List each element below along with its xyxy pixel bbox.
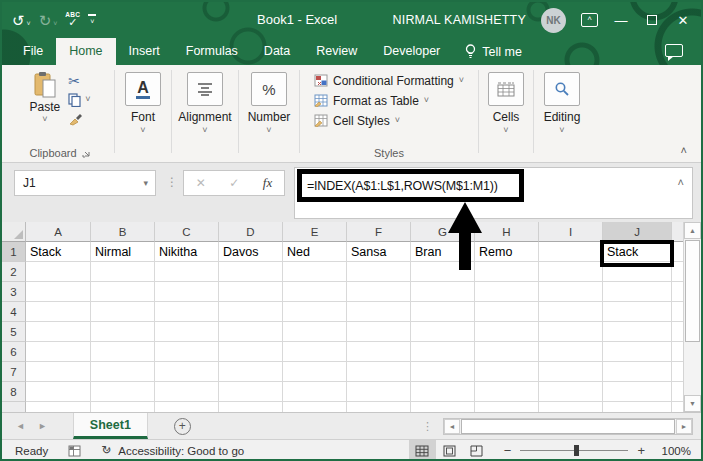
cell-H4[interactable]	[475, 302, 539, 322]
cell-E2[interactable]	[283, 262, 347, 282]
cell-I4[interactable]	[539, 302, 603, 322]
conditional-formatting-button[interactable]: Conditional Formatting ˅	[314, 72, 464, 89]
cell-J6[interactable]	[603, 342, 672, 362]
cell-G1[interactable]: Bran	[411, 242, 475, 262]
cell-C4[interactable]	[155, 302, 219, 322]
cell-G7[interactable]	[411, 362, 475, 382]
column-header-E[interactable]: E	[283, 222, 347, 242]
cell-C5[interactable]	[155, 322, 219, 342]
cell-A-clipped[interactable]	[26, 402, 91, 412]
cell-H6[interactable]	[475, 342, 539, 362]
cell-A6[interactable]	[26, 342, 91, 362]
column-header-C[interactable]: C	[155, 222, 219, 242]
cell-C3[interactable]	[155, 282, 219, 302]
cell-A8[interactable]	[26, 382, 91, 402]
cell-D5[interactable]	[219, 322, 283, 342]
format-painter-button[interactable]	[68, 111, 90, 126]
cell-J1[interactable]: Stack	[603, 242, 672, 262]
cell-B6[interactable]	[91, 342, 155, 362]
cell-B3[interactable]	[91, 282, 155, 302]
cell-G4[interactable]	[411, 302, 475, 322]
cell-F7[interactable]	[347, 362, 411, 382]
row-header-7[interactable]: 7	[2, 362, 26, 382]
tab-formulas[interactable]: Formulas	[173, 38, 251, 65]
cell-J2[interactable]	[603, 262, 672, 282]
cell-F5[interactable]	[347, 322, 411, 342]
cell-G8[interactable]	[411, 382, 475, 402]
name-box[interactable]: J1 ▾	[14, 170, 156, 196]
cell-A3[interactable]	[26, 282, 91, 302]
cell-D8[interactable]	[219, 382, 283, 402]
select-all-button[interactable]	[2, 222, 26, 242]
cell-E1[interactable]: Ned	[283, 242, 347, 262]
macro-record-icon[interactable]	[68, 445, 81, 457]
cell-C-clipped[interactable]	[155, 402, 219, 412]
cell-I7[interactable]	[539, 362, 603, 382]
scroll-down-icon[interactable]: ▼	[684, 395, 701, 412]
cell-H5[interactable]	[475, 322, 539, 342]
cell-I-clipped[interactable]	[539, 402, 603, 412]
column-header-B[interactable]: B	[91, 222, 155, 242]
cell-B8[interactable]	[91, 382, 155, 402]
cell-I6[interactable]	[539, 342, 603, 362]
cell-B2[interactable]	[91, 262, 155, 282]
cell-H3[interactable]	[475, 282, 539, 302]
row-header-2[interactable]: 2	[2, 262, 26, 282]
collapse-ribbon-button[interactable]: ˄	[681, 144, 687, 156]
hscroll-left-icon[interactable]: ◄	[444, 419, 460, 434]
cell-F6[interactable]	[347, 342, 411, 362]
cell-E-clipped[interactable]	[283, 402, 347, 412]
column-header-A[interactable]: A	[26, 222, 91, 242]
vertical-scroll-thumb[interactable]	[685, 240, 700, 342]
scroll-up-icon[interactable]: ▲	[684, 222, 701, 239]
clipboard-dialog-launcher-icon[interactable]	[82, 149, 91, 158]
row-header-3[interactable]: 3	[2, 282, 26, 302]
cell-A5[interactable]	[26, 322, 91, 342]
customize-qat-button[interactable]: ˅	[88, 14, 96, 26]
accessibility-status[interactable]: ↻ ✓ Accessibility: Good to go	[101, 444, 244, 457]
sheet-tab-sheet1[interactable]: Sheet1	[73, 413, 148, 439]
cell-A2[interactable]	[26, 262, 91, 282]
cell-D3[interactable]	[219, 282, 283, 302]
name-box-dropdown-icon[interactable]: ▾	[143, 178, 155, 188]
cell-D6[interactable]	[219, 342, 283, 362]
cell-A4[interactable]	[26, 302, 91, 322]
row-header-6[interactable]: 6	[2, 342, 26, 362]
row-header-4[interactable]: 4	[2, 302, 26, 322]
cell-I3[interactable]	[539, 282, 603, 302]
cell-I1[interactable]	[539, 242, 603, 262]
column-header-H[interactable]: H	[475, 222, 539, 242]
cell-B1[interactable]: Nirmal	[91, 242, 155, 262]
zoom-slider[interactable]	[520, 450, 628, 451]
tab-review[interactable]: Review	[303, 38, 370, 65]
editing-group-collapsed[interactable]: Editing ˅	[534, 65, 590, 162]
column-header-J[interactable]: J	[603, 222, 672, 242]
tab-file[interactable]: File	[10, 38, 56, 65]
column-header-G[interactable]: G	[411, 222, 475, 242]
cell-E5[interactable]	[283, 322, 347, 342]
cell-styles-button[interactable]: Cell Styles ˅	[314, 112, 400, 129]
redo-button[interactable]: ↻ ˅	[39, 13, 58, 28]
cell-J-clipped[interactable]	[603, 402, 672, 412]
sheet-nav-left-icon[interactable]: ◄	[16, 421, 25, 431]
cell-H-clipped[interactable]	[475, 402, 539, 412]
cell-C7[interactable]	[155, 362, 219, 382]
tab-tell-me[interactable]: Tell me	[453, 38, 534, 65]
cell-H1[interactable]: Remo	[475, 242, 539, 262]
cell-B5[interactable]	[91, 322, 155, 342]
cell-D4[interactable]	[219, 302, 283, 322]
enter-entry-button[interactable]: ✓	[229, 176, 239, 190]
cell-D1[interactable]: Davos	[219, 242, 283, 262]
cell-I8[interactable]	[539, 382, 603, 402]
cell-E6[interactable]	[283, 342, 347, 362]
tab-home[interactable]: Home	[56, 38, 115, 65]
cell-I2[interactable]	[539, 262, 603, 282]
row-header-5[interactable]: 5	[2, 322, 26, 342]
zoom-in-button[interactable]: +	[637, 444, 645, 457]
vertical-scrollbar[interactable]: ▲ ▼	[683, 222, 701, 412]
cell-G6[interactable]	[411, 342, 475, 362]
cell-H8[interactable]	[475, 382, 539, 402]
zoom-out-button[interactable]: −	[504, 444, 512, 457]
copy-dropdown-icon[interactable]: ˅	[85, 95, 90, 104]
cell-D7[interactable]	[219, 362, 283, 382]
